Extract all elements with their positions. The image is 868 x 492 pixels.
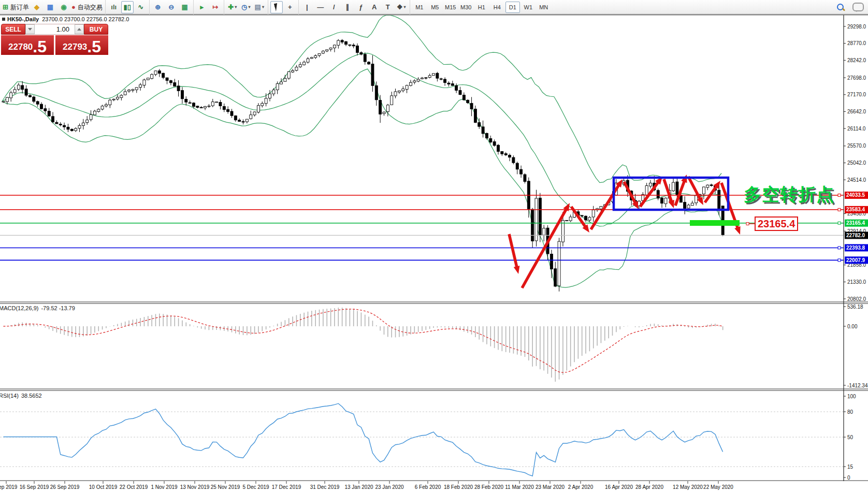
price-callout-label[interactable]: 23165.4: [755, 216, 798, 231]
zoom-in-icon[interactable]: ⊕: [152, 1, 164, 13]
vertical-line-icon[interactable]: |: [301, 1, 313, 13]
svg-text:22 May 2020: 22 May 2020: [703, 484, 733, 490]
shapes-icon[interactable]: ❖▾: [395, 1, 408, 13]
tile-windows-icon[interactable]: ▦: [179, 1, 191, 13]
macd-signal-line: [4, 309, 723, 373]
timeframe-toolbar: M1M5M15M30H1H4D1W1MN: [410, 0, 553, 15]
sell-price-big: .5: [33, 40, 47, 55]
svg-text:22 Oct 2019: 22 Oct 2019: [120, 484, 148, 490]
candles: [2, 39, 724, 292]
history-center-icon[interactable]: ◆: [31, 1, 43, 13]
timeframe-M30[interactable]: M30: [459, 2, 473, 13]
toolbar-group: ▸↦: [193, 0, 224, 15]
volume-value[interactable]: 1.00: [35, 24, 75, 34]
date-axis: Sep 201916 Sep 201926 Sep 201910 Oct 201…: [0, 481, 733, 490]
crosshair-icon[interactable]: +: [284, 1, 296, 13]
svg-text:24033.5: 24033.5: [846, 192, 865, 198]
new-order-icon[interactable]: ⊞新订单: [2, 1, 30, 13]
zoom-out-icon[interactable]: ⊖: [165, 1, 178, 13]
svg-text:80: 80: [847, 409, 853, 415]
buy-price-tile[interactable]: 22793 .5: [55, 35, 108, 55]
chart-canvas[interactable]: 29298.028770.028242.027698.027170.026642…: [0, 15, 868, 492]
svg-text:27698.0: 27698.0: [847, 75, 866, 81]
toolbar-group: ⊕⊖▦: [149, 0, 193, 15]
svg-text:50: 50: [847, 435, 853, 440]
svg-text:2 Apr 2020: 2 Apr 2020: [568, 484, 594, 490]
svg-text:25042.0: 25042.0: [847, 160, 866, 166]
timeframe-H1[interactable]: H1: [474, 2, 489, 13]
svg-text:17 Dec 2019: 17 Dec 2019: [272, 484, 301, 490]
price-axis: 29298.028770.028242.027698.027170.026642…: [844, 24, 868, 302]
svg-text:11 Mar 2020: 11 Mar 2020: [505, 484, 534, 490]
svg-text:22782.0: 22782.0: [846, 233, 865, 238]
toolbar-group: |—/∥ƒAT❖▾: [298, 0, 410, 15]
mt4-window: ⊞新订单◆▦◉●自动交易ılı▮▯∿⊕⊖▦▸↦✚▾◷▾▤▾+|—/∥ƒAT❖▾ …: [0, 0, 868, 492]
timeframe-MN[interactable]: MN: [537, 2, 551, 13]
toolbar-group: ılı▮▯∿: [105, 0, 149, 15]
timeframe-M15[interactable]: M15: [443, 2, 458, 13]
channel-icon[interactable]: ∥: [341, 1, 354, 13]
svg-text:1 Nov 2019: 1 Nov 2019: [151, 484, 178, 490]
svg-text:100: 100: [847, 394, 856, 399]
timeframe-W1[interactable]: W1: [521, 2, 536, 13]
line-chart-icon[interactable]: ∿: [135, 1, 147, 13]
timeframe-M5[interactable]: M5: [428, 2, 442, 13]
chart-title: HK50-,Daily23700.0 23700.0 22756.0 22782…: [7, 16, 129, 22]
svg-text:24514.0: 24514.0: [847, 177, 866, 183]
ohlc-values: 23700.0 23700.0 22756.0 22782.0: [42, 16, 129, 22]
toolbar-group: ⊞新订单◆▦◉●自动交易: [0, 0, 105, 15]
candlestick-chart-icon[interactable]: ▮▯: [121, 1, 134, 13]
svg-text:23 Mar 2020: 23 Mar 2020: [536, 484, 565, 490]
label-icon[interactable]: T: [382, 1, 394, 13]
cursor-icon[interactable]: [270, 1, 283, 13]
timeframe-M1[interactable]: M1: [412, 2, 427, 13]
svg-text:25570.0: 25570.0: [847, 143, 866, 149]
horizontal-line-icon[interactable]: —: [314, 1, 327, 13]
volume-increase-button[interactable]: [75, 24, 84, 34]
svg-text:536.18: 536.18: [847, 304, 863, 310]
symbol-period-label: HK50-,Daily: [7, 16, 39, 22]
fibonacci-icon[interactable]: ƒ: [355, 1, 367, 13]
auto-scroll-icon[interactable]: ▸: [196, 1, 208, 13]
bar-chart-icon[interactable]: ılı: [108, 1, 120, 13]
svg-text:-1412.34: -1412.34: [847, 383, 868, 388]
signal-icon[interactable]: ◉: [57, 1, 70, 13]
timeframe-H4[interactable]: H4: [490, 2, 504, 13]
svg-text:26642.0: 26642.0: [847, 109, 866, 114]
templates-icon[interactable]: ▤▾: [253, 1, 266, 13]
trendline-icon[interactable]: /: [328, 1, 340, 13]
macd-histogram: [4, 308, 723, 382]
svg-text:28770.0: 28770.0: [847, 40, 866, 46]
svg-text:25 Nov 2019: 25 Nov 2019: [211, 484, 240, 490]
bollinger-bands: [2, 15, 721, 287]
indicators-icon[interactable]: ✚▾: [226, 1, 239, 13]
chat-icon[interactable]: [852, 3, 864, 11]
svg-text:6 Feb 2020: 6 Feb 2020: [415, 484, 441, 490]
text-icon[interactable]: A: [368, 1, 381, 13]
volume-stepper: 1.00: [25, 24, 84, 35]
bull-bear-turning-point-note[interactable]: 多空转折点: [744, 183, 834, 207]
buy-price-big: .5: [87, 40, 101, 55]
chart-shift-icon[interactable]: ↦: [209, 1, 222, 13]
search-icon[interactable]: [836, 3, 845, 12]
indicator-axes: 536.180.00-1412.341008050150: [844, 304, 868, 481]
rsi-label: RSI(14)38.5652: [0, 393, 45, 399]
svg-text:26 Sep 2019: 26 Sep 2019: [50, 484, 80, 490]
timeframe-D1[interactable]: D1: [505, 2, 520, 13]
svg-text:5 Dec 2019: 5 Dec 2019: [242, 484, 269, 490]
svg-text:0: 0: [847, 475, 850, 481]
sell-price-tile[interactable]: 22780 .5: [1, 35, 54, 55]
svg-text:28242.0: 28242.0: [847, 57, 866, 63]
svg-text:12 May 2020: 12 May 2020: [673, 484, 703, 490]
rsi-line: [4, 403, 723, 476]
autotrading-icon[interactable]: ●自动交易: [71, 1, 103, 13]
svg-text:10 Oct 2019: 10 Oct 2019: [89, 484, 118, 490]
sell-button[interactable]: SELL: [1, 24, 25, 35]
terminal-icon[interactable]: ▦: [44, 1, 56, 13]
periods-icon[interactable]: ◷▾: [240, 1, 252, 13]
svg-text:22007.9: 22007.9: [846, 257, 865, 263]
svg-text:13 Nov 2019: 13 Nov 2019: [180, 484, 210, 490]
volume-decrease-button[interactable]: [25, 24, 35, 34]
level-lines: [0, 194, 844, 261]
buy-button[interactable]: BUY: [84, 24, 108, 35]
